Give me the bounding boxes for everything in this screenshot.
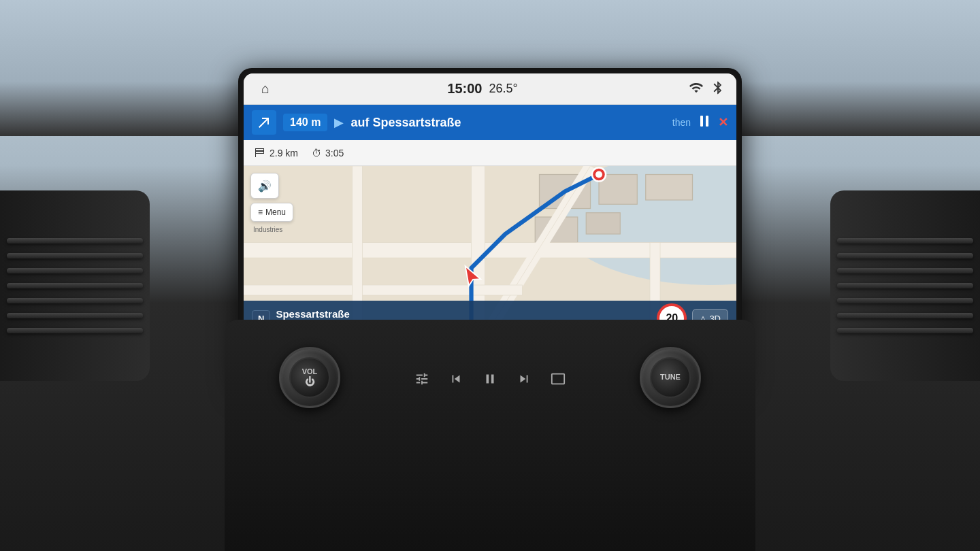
- current-street-name: Spessartstraße: [276, 308, 651, 320]
- svg-point-17: [595, 171, 602, 178]
- status-bar: ⌂ 15:00 26.5°: [244, 73, 736, 105]
- tune-knob-inner: TUNE: [650, 357, 691, 398]
- screen-button[interactable]: [551, 371, 566, 390]
- vent-slat: [837, 268, 973, 273]
- eta-info: ⏱ 3:05: [312, 148, 344, 158]
- destination-info: ⛿ 2.9 km: [255, 147, 298, 159]
- map-area[interactable]: 🔊 ≡ Menu Industries N Spessartstraße Col…: [244, 166, 736, 336]
- tune-knob-label: TUNE: [660, 373, 681, 382]
- volume-button[interactable]: 🔊: [250, 173, 279, 199]
- menu-button[interactable]: ≡ Menu: [250, 203, 293, 222]
- bluetooth-icon: [710, 80, 725, 98]
- vol-knob-label: VOL ⏻: [302, 367, 318, 388]
- nav-street-name: auf Spessartstraße: [350, 116, 665, 130]
- temperature-display: 26.5°: [489, 82, 517, 96]
- svg-rect-13: [244, 285, 523, 295]
- vent-slat: [837, 238, 973, 244]
- vent-slat: [837, 328, 973, 333]
- vent-slat: [837, 253, 973, 258]
- clock-icon: ⏱: [312, 148, 321, 158]
- eta-time: 3:05: [325, 148, 344, 158]
- vent-slat: [7, 268, 143, 273]
- status-icons: [689, 80, 725, 98]
- tune-knob[interactable]: TUNE: [640, 347, 701, 408]
- wifi-icon: [689, 80, 704, 98]
- vent-slat: [837, 313, 973, 318]
- svg-rect-1: [706, 116, 708, 127]
- industries-label: Industries: [250, 226, 293, 233]
- dashboard: ⌂ 15:00 26.5°: [0, 0, 980, 551]
- time-temp-display: 15:00 26.5°: [447, 81, 517, 97]
- home-button[interactable]: ⌂: [255, 78, 276, 100]
- svg-rect-8: [586, 213, 620, 234]
- skip-forward-button[interactable]: [517, 371, 532, 390]
- menu-icon: ≡: [258, 207, 263, 217]
- vent-slat: [7, 328, 143, 333]
- control-buttons: [414, 371, 566, 390]
- nav-then-direction-icon: [698, 114, 711, 131]
- nav-close-button[interactable]: ✕: [718, 115, 728, 130]
- vent-slat: [7, 298, 143, 303]
- knobs-row: VOL ⏻: [225, 340, 755, 415]
- svg-rect-6: [646, 175, 693, 201]
- vent-slat: [7, 253, 143, 258]
- vent-slat: [7, 238, 143, 244]
- nav-secondary-info: ⛿ 2.9 km ⏱ 3:05: [244, 140, 736, 166]
- vent-slat: [837, 298, 973, 303]
- vent-slat: [837, 283, 973, 288]
- nav-then-label: then: [672, 117, 691, 128]
- svg-rect-0: [700, 116, 703, 127]
- vol-knob[interactable]: VOL ⏻: [279, 347, 340, 408]
- turn-icon: [252, 110, 276, 135]
- map-overlay-controls: 🔊 ≡ Menu Industries: [250, 173, 293, 233]
- menu-label: Menu: [265, 207, 286, 217]
- total-distance: 2.9 km: [270, 148, 298, 158]
- eq-button[interactable]: [414, 371, 429, 390]
- vent-slat: [7, 313, 143, 318]
- current-time: 15:00: [447, 81, 482, 97]
- vent-left: [0, 190, 150, 381]
- vol-knob-inner: VOL ⏻: [289, 357, 330, 398]
- nav-arrow-icon: ▶: [334, 115, 344, 130]
- nav-instruction-bar: 140 m ▶ auf Spessartstraße then ✕: [244, 105, 736, 140]
- center-console: VOL ⏻: [225, 320, 755, 551]
- play-pause-button[interactable]: [483, 371, 497, 390]
- destination-icon: ⛿: [255, 147, 265, 159]
- vent-right: [830, 190, 980, 381]
- nav-distance: 140 m: [283, 114, 327, 131]
- vent-slat: [7, 283, 143, 288]
- skip-back-button[interactable]: [448, 371, 463, 390]
